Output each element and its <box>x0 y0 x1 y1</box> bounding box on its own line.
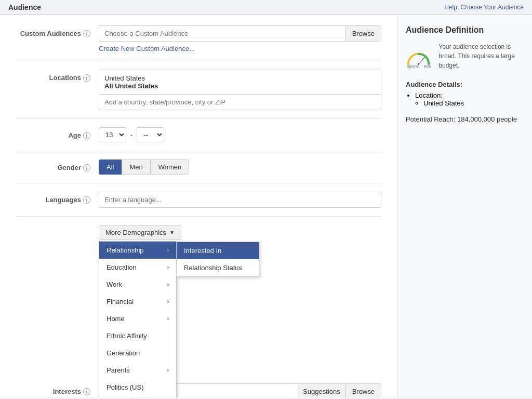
education-label: Education <box>107 263 137 271</box>
gender-men-button[interactable]: Men <box>122 159 150 175</box>
audience-definition-title: Audience Definition <box>406 25 524 35</box>
right-panel: Audience Definition Specific Broad Your … <box>397 15 532 397</box>
more-demographics-label: More Demographics <box>105 229 166 236</box>
detail-location-value: United States <box>423 99 524 107</box>
generation-label: Generation <box>107 349 140 357</box>
locations-label: Locations <box>49 74 81 82</box>
gender-women-button[interactable]: Women <box>151 159 190 175</box>
age-max-select[interactable]: --18212535455565 <box>137 127 164 142</box>
gauge-container: Specific Broad Your audience selection i… <box>406 42 524 73</box>
svg-text:Specific: Specific <box>407 64 419 69</box>
age-info-icon[interactable]: i <box>83 132 90 139</box>
dropdown-item-ethnic-affinity[interactable]: Ethnic Affinity <box>99 327 176 344</box>
location-country: United States <box>104 74 376 82</box>
dropdown-item-work[interactable]: Work › <box>99 276 176 293</box>
more-demographics-arrow-icon: ▼ <box>169 230 175 235</box>
page-title: Audience <box>8 3 41 11</box>
interests-browse-button[interactable]: Browse <box>345 383 381 397</box>
help-link[interactable]: Help: Choose Your Audience <box>444 4 524 11</box>
svg-text:Broad: Broad <box>423 64 431 68</box>
location-sublabel: All United States <box>104 82 376 90</box>
relationship-chevron-icon: › <box>167 247 169 253</box>
custom-audience-browse-button[interactable]: Browse <box>345 25 381 42</box>
dropdown-item-politics[interactable]: Politics (US) <box>99 379 176 396</box>
financial-chevron-icon: › <box>167 299 169 304</box>
header-bar: Audience Help: Choose Your Audience <box>0 0 532 15</box>
dropdown-item-education[interactable]: Education › <box>99 259 176 276</box>
demographics-dropdown-menu: Relationship › Interested In Relationshi… <box>99 241 177 397</box>
create-custom-audience-link[interactable]: Create New Custom Audience... <box>99 45 381 52</box>
age-separator: - <box>130 131 132 139</box>
location-add-input[interactable] <box>99 94 381 110</box>
financial-label: Financial <box>107 298 134 305</box>
dropdown-item-financial[interactable]: Financial › <box>99 293 176 310</box>
audience-description: Your audience selection is broad. This r… <box>438 42 524 70</box>
dropdown-item-parents[interactable]: Parents › <box>99 362 176 379</box>
detail-location-item: Location: United States <box>415 91 524 107</box>
work-label: Work <box>107 281 122 288</box>
custom-audiences-info-icon[interactable]: i <box>83 30 90 37</box>
locations-info-icon[interactable]: i <box>83 74 90 82</box>
dropdown-item-life-events[interactable]: Life Events <box>99 396 176 397</box>
audience-gauge: Specific Broad <box>406 42 431 73</box>
relationship-submenu: Interested In Relationship Status <box>176 242 259 277</box>
submenu-item-relationship-status[interactable]: Relationship Status <box>177 259 259 276</box>
gender-info-icon[interactable]: i <box>83 164 90 171</box>
home-chevron-icon: › <box>167 316 169 322</box>
location-header: United States All United States <box>99 70 381 94</box>
dropdown-item-home[interactable]: Home › <box>99 310 176 327</box>
potential-reach: Potential Reach: 184,000,000 people <box>406 115 524 123</box>
more-demographics-wrapper: More Demographics ▼ Relationship › <box>99 225 181 240</box>
dropdown-item-generation[interactable]: Generation <box>99 344 176 362</box>
relationship-label: Relationship <box>107 246 144 254</box>
interests-info-icon[interactable]: i <box>83 388 90 395</box>
languages-input[interactable] <box>99 192 381 208</box>
gender-buttons: All Men Women <box>99 159 381 175</box>
home-label: Home <box>107 315 125 323</box>
interests-label: Interests <box>53 388 81 395</box>
parents-label: Parents <box>107 366 130 374</box>
audience-details: Audience Details: Location: United State… <box>406 81 524 107</box>
custom-audiences-label: Custom Audiences <box>20 30 81 37</box>
svg-line-0 <box>419 57 425 64</box>
location-box: United States All United States <box>99 70 381 110</box>
work-chevron-icon: › <box>167 282 169 287</box>
detail-location-label: Location: <box>415 91 443 99</box>
age-row: 131418212535455565 - --18212535455565 <box>99 127 381 142</box>
gender-all-button[interactable]: All <box>99 159 122 175</box>
audience-details-title: Audience Details: <box>406 81 524 88</box>
age-label: Age <box>68 131 81 139</box>
more-demographics-button[interactable]: More Demographics ▼ <box>99 225 181 240</box>
education-chevron-icon: › <box>167 264 169 270</box>
interests-suggestions-button[interactable]: Suggestions <box>298 383 345 397</box>
politics-label: Politics (US) <box>107 383 144 391</box>
dropdown-item-relationship[interactable]: Relationship › <box>99 242 176 259</box>
languages-label: Languages <box>45 196 81 204</box>
submenu-item-interested-in[interactable]: Interested In <box>177 242 259 259</box>
custom-audience-input[interactable] <box>99 25 345 42</box>
ethnic-affinity-label: Ethnic Affinity <box>107 332 147 340</box>
age-min-select[interactable]: 131418212535455565 <box>99 127 126 142</box>
parents-chevron-icon: › <box>167 367 169 373</box>
gender-label: Gender <box>57 164 81 171</box>
languages-info-icon[interactable]: i <box>83 196 90 204</box>
main-panel: Custom Audiences i Browse Create New Cus… <box>0 15 397 397</box>
